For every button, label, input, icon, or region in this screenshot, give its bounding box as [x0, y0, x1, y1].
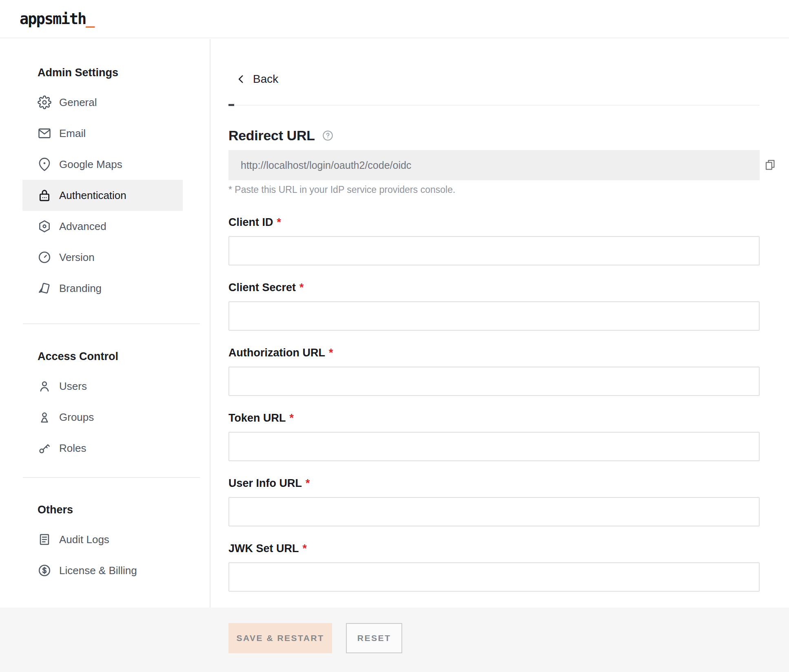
- sidebar-item-label: Advanced: [59, 220, 106, 233]
- client-secret-input[interactable]: [228, 301, 760, 331]
- sidebar-item-audit-logs[interactable]: Audit Logs: [22, 524, 183, 555]
- sidebar-item-branding[interactable]: Branding: [22, 273, 183, 304]
- save-and-restart-button[interactable]: SAVE & RESTART: [228, 623, 332, 653]
- authorization-url-input[interactable]: [228, 367, 760, 396]
- required-marker: *: [329, 346, 333, 359]
- question-circle-icon[interactable]: [322, 130, 333, 141]
- sidebar-item-roles[interactable]: Roles: [22, 433, 183, 464]
- save-bar-buttons: SAVE & RESTART RESET: [228, 623, 789, 653]
- user-icon: [38, 379, 51, 393]
- sidebar-item-email[interactable]: Email: [22, 118, 183, 149]
- sidebar-section-admin-settings: Admin Settings: [38, 66, 210, 79]
- required-marker: *: [290, 411, 294, 424]
- logo-text: appsmith: [20, 10, 86, 28]
- sidebar-item-label: Roles: [59, 442, 86, 455]
- sidebar-item-label: License & Billing: [59, 564, 137, 577]
- tab-underline-indicator: [228, 104, 234, 106]
- redirect-url-row: [228, 150, 760, 180]
- sidebar-section-access-control: Access Control: [38, 350, 210, 363]
- main-content: Back Redirect URL * Paste this URL in yo…: [211, 38, 789, 672]
- section-title: Redirect URL: [228, 128, 315, 144]
- required-marker: *: [303, 542, 307, 555]
- field-label-jwk-set-url: JWK Set URL *: [228, 542, 760, 555]
- required-marker: *: [277, 216, 281, 229]
- access-control-list: Users Groups Roles: [0, 371, 210, 464]
- client-id-input[interactable]: [228, 236, 760, 265]
- lock-icon: [38, 188, 51, 202]
- sidebar-item-advanced[interactable]: Advanced: [22, 211, 183, 242]
- sidebar-item-label: Audit Logs: [59, 533, 109, 546]
- token-url-input[interactable]: [228, 432, 760, 461]
- sidebar-item-label: Branding: [59, 282, 102, 295]
- admin-settings-list: General Email Google Maps Authentication…: [0, 87, 210, 304]
- section-divider: [228, 105, 760, 106]
- back-button[interactable]: Back: [236, 73, 278, 86]
- hexagon-icon: [38, 219, 51, 233]
- logo-underscore: _: [86, 10, 95, 28]
- sidebar-item-groups[interactable]: Groups: [22, 402, 183, 433]
- field-label-client-id: Client ID *: [228, 216, 760, 229]
- mail-icon: [38, 126, 51, 140]
- sidebar-item-label: General: [59, 96, 97, 109]
- sidebar-item-label: Authentication: [59, 189, 126, 202]
- sidebar-divider: [23, 323, 200, 324]
- redirect-url-input[interactable]: [228, 150, 760, 180]
- copy-icon: [764, 159, 776, 171]
- chevron-left-icon: [236, 74, 246, 84]
- field-label-authorization-url: Authorization URL *: [228, 346, 760, 359]
- required-marker: *: [306, 477, 310, 490]
- sidebar-item-license-billing[interactable]: License & Billing: [22, 555, 183, 586]
- copy-button[interactable]: [764, 159, 777, 172]
- sidebar-item-authentication[interactable]: Authentication: [22, 180, 183, 211]
- dollar-circle-icon: [38, 564, 51, 577]
- sidebar-item-label: Groups: [59, 411, 94, 424]
- redirect-url-hint: * Paste this URL in your IdP service pro…: [228, 184, 760, 195]
- field-label-user-info-url: User Info URL *: [228, 477, 760, 490]
- app-header: appsmith_: [0, 0, 789, 38]
- save-bar: SAVE & RESTART RESET: [0, 608, 789, 672]
- sidebar-divider: [23, 477, 200, 478]
- clock-icon: [38, 250, 51, 264]
- field-label-client-secret: Client Secret *: [228, 281, 760, 294]
- group-icon: [38, 410, 51, 424]
- sidebar-section-others: Others: [38, 503, 210, 516]
- redirect-url-section-header: Redirect URL: [228, 128, 760, 144]
- key-icon: [38, 441, 51, 455]
- sidebar-item-label: Users: [59, 380, 87, 393]
- document-icon: [38, 533, 51, 546]
- reset-button[interactable]: RESET: [346, 623, 402, 653]
- appsmith-logo: appsmith_: [20, 10, 95, 28]
- sidebar-item-version[interactable]: Version: [22, 242, 183, 273]
- required-marker: *: [299, 281, 304, 294]
- sidebar-item-users[interactable]: Users: [22, 371, 183, 402]
- back-label: Back: [253, 73, 278, 86]
- user-info-url-input[interactable]: [228, 497, 760, 526]
- sidebar-item-label: Google Maps: [59, 158, 122, 171]
- jwk-set-url-input[interactable]: [228, 562, 760, 592]
- flag-icon: [38, 281, 51, 295]
- field-label-token-url: Token URL *: [228, 411, 760, 424]
- sidebar-item-label: Version: [59, 251, 95, 264]
- map-pin-icon: [38, 157, 51, 171]
- sidebar-item-general[interactable]: General: [22, 87, 183, 118]
- sidebar-item-label: Email: [59, 127, 86, 140]
- others-list: Audit Logs License & Billing: [0, 524, 210, 586]
- settings-sidebar: Admin Settings General Email Google Maps…: [0, 39, 211, 608]
- gear-icon: [38, 95, 51, 109]
- sidebar-item-google-maps[interactable]: Google Maps: [22, 149, 183, 180]
